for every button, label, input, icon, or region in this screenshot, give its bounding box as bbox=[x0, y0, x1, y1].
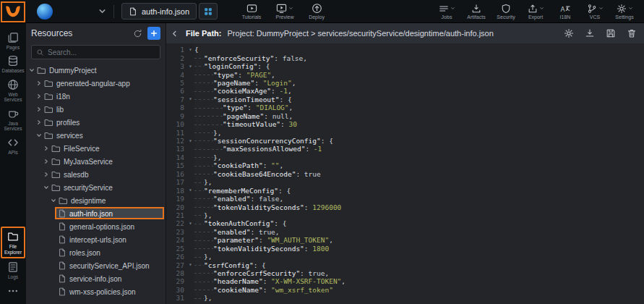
tree-item-myjavaservice[interactable]: MyJavaService bbox=[26, 155, 166, 168]
fold-icon[interactable]: ▾ bbox=[186, 96, 194, 102]
caret-down-icon[interactable] bbox=[36, 132, 44, 138]
sidebar-item-more[interactable] bbox=[1, 282, 25, 299]
caret-right-icon[interactable] bbox=[36, 106, 44, 112]
collapse-panel-button[interactable] bbox=[169, 30, 180, 38]
deploy-button[interactable]: Deploy bbox=[303, 3, 330, 20]
sidebar-item-logs[interactable]: Logs bbox=[1, 258, 25, 282]
code-line[interactable]: 25"tokenValiditySeconds": 1800 bbox=[166, 245, 644, 253]
code-line[interactable]: 13"maxSessionsAllowed": -1 bbox=[166, 145, 644, 153]
tree-item-service-info-json[interactable]: service-info.json bbox=[26, 272, 166, 285]
code-line[interactable]: 11}, bbox=[166, 128, 644, 136]
caret-right-icon[interactable] bbox=[43, 172, 51, 177]
tree-item-general-options-json[interactable]: general-options.json bbox=[26, 220, 166, 233]
code-line[interactable]: 14}, bbox=[166, 153, 644, 161]
topbar-item-artifacts[interactable]: Artifacts bbox=[463, 3, 490, 20]
fold-icon[interactable]: ▾ bbox=[186, 47, 194, 53]
code-line[interactable]: 18▾"rememberMeConfig": { bbox=[166, 186, 644, 194]
topbar-item-jobs[interactable]: Jobs bbox=[433, 3, 460, 20]
code-line[interactable]: 17}, bbox=[166, 178, 644, 186]
code-line[interactable]: 8"type": "DIALOG", bbox=[166, 104, 644, 111]
tree-item-label: i18n bbox=[56, 93, 70, 101]
tree-item-intercept-urls-json[interactable]: intercept-urls.json bbox=[26, 233, 166, 246]
sidebar-item-web-services[interactable]: Web Services bbox=[1, 76, 25, 105]
project-switcher-chevron[interactable] bbox=[98, 7, 107, 16]
sidebar-item-pages[interactable]: Pages bbox=[1, 29, 25, 52]
project-avatar[interactable] bbox=[37, 4, 53, 20]
code-editor[interactable]: 1▾{2"enforceSecurity": false,3▾"loginCon… bbox=[166, 43, 644, 304]
topbar-item-security[interactable]: Security bbox=[492, 3, 520, 20]
topbar-item-vcs[interactable]: VCS bbox=[581, 3, 609, 20]
tree-item-lib[interactable]: lib bbox=[26, 103, 166, 116]
code-line[interactable]: 16"cookieBase64Encode": true bbox=[166, 170, 644, 178]
tree-item-fileservice[interactable]: FileService bbox=[26, 142, 166, 155]
search-input[interactable] bbox=[48, 48, 155, 56]
tree-item-wm-xss-policies-json[interactable]: wm-xss-policies.json bbox=[26, 285, 166, 298]
tree-item-auth-info-json[interactable]: auth-info.json bbox=[26, 207, 166, 220]
tree-item-securityservice[interactable]: securityService bbox=[26, 181, 166, 194]
code-line[interactable]: 21}, bbox=[166, 211, 644, 219]
sidebar-item-databases[interactable]: Databases bbox=[1, 52, 25, 75]
add-resource-button[interactable] bbox=[147, 27, 160, 40]
tree-item-i18n[interactable]: i18n bbox=[26, 90, 166, 103]
caret-right-icon[interactable] bbox=[43, 159, 51, 164]
sidebar-item-java-services[interactable]: Java Services bbox=[1, 105, 25, 134]
fold-icon[interactable]: ▾ bbox=[186, 138, 194, 144]
code-line[interactable]: 22▾"tokenAuthConfig": { bbox=[166, 219, 644, 227]
fold-icon[interactable]: ▾ bbox=[186, 262, 194, 268]
code-line[interactable]: 3▾"loginConfig": { bbox=[166, 62, 644, 70]
tree-item-securityservice-api-json[interactable]: securityService_API.json bbox=[26, 259, 166, 272]
download-button[interactable] bbox=[585, 28, 595, 38]
caret-down-icon[interactable] bbox=[51, 198, 59, 203]
preview-button[interactable]: Preview bbox=[271, 3, 299, 20]
tree-item-dummyproject[interactable]: DummyProject bbox=[26, 64, 166, 77]
caret-down-icon[interactable] bbox=[29, 67, 37, 73]
tree-item-generated-angular-app[interactable]: generated-angular-app bbox=[26, 77, 166, 90]
code-line[interactable]: 30"cookieName": "wm_xsrf_token" bbox=[166, 286, 644, 294]
code-line[interactable]: 26}, bbox=[166, 253, 644, 261]
code-line[interactable]: 19"enabled": false, bbox=[166, 195, 644, 203]
tree-item-salesdb[interactable]: salesdb bbox=[26, 168, 166, 181]
code-line[interactable]: 28"enforceCsrfSecurity": true, bbox=[166, 269, 644, 277]
app-logo[interactable] bbox=[4, 3, 22, 20]
file-settings-button[interactable] bbox=[564, 28, 574, 38]
delete-button[interactable] bbox=[627, 28, 637, 38]
code-line[interactable]: 4"type": "PAGE", bbox=[166, 70, 644, 78]
code-line[interactable]: 6"cookieMaxAge": -1, bbox=[166, 87, 644, 95]
code-line[interactable]: 12▾"sessionConcurrencyConfig": { bbox=[166, 137, 644, 145]
code-line[interactable]: 20"tokenValiditySeconds": 1296000 bbox=[166, 203, 644, 211]
dashboard-grid-button[interactable] bbox=[199, 3, 218, 20]
caret-right-icon[interactable] bbox=[36, 93, 44, 99]
sidebar-item-apis[interactable]: APIs bbox=[1, 134, 25, 157]
topbar-item-settings[interactable]: Settings bbox=[611, 3, 638, 20]
code-line[interactable]: 2"enforceSecurity": false, bbox=[166, 54, 644, 62]
file-tab-auth-info[interactable]: auth-info.json bbox=[121, 3, 197, 20]
sidebar-item-file-explorer[interactable]: File Explorer bbox=[1, 227, 25, 258]
topbar-item-export[interactable]: Export bbox=[522, 3, 549, 20]
code-line[interactable]: 1▾{ bbox=[166, 46, 644, 54]
code-line[interactable]: 27▾"csrfConfig": { bbox=[166, 261, 644, 269]
caret-right-icon[interactable] bbox=[43, 145, 51, 151]
refresh-button[interactable] bbox=[133, 29, 142, 38]
code-line[interactable]: 15"cookiePath": "", bbox=[166, 161, 644, 169]
tree-item-services[interactable]: services bbox=[26, 129, 166, 142]
tree-item-designtime[interactable]: designtime bbox=[26, 194, 166, 207]
code-line[interactable]: 29"headerName": "X-WM-XSRF-TOKEN", bbox=[166, 277, 644, 285]
code-line[interactable]: 10"timeoutValue": 30 bbox=[166, 120, 644, 128]
code-line[interactable]: 24"parameter": "WM_AUTH_TOKEN", bbox=[166, 236, 644, 244]
code-line[interactable]: 31}, bbox=[166, 294, 644, 302]
fold-icon[interactable]: ▾ bbox=[186, 221, 194, 227]
caret-down-icon[interactable] bbox=[43, 185, 51, 190]
tutorials-button[interactable]: Tutorials bbox=[238, 3, 265, 20]
caret-right-icon[interactable] bbox=[36, 119, 44, 125]
save-button[interactable] bbox=[606, 28, 616, 38]
fold-icon[interactable]: ▾ bbox=[186, 64, 194, 69]
code-line[interactable]: 23"enabled": true, bbox=[166, 228, 644, 236]
code-line[interactable]: 5"pageName": "Login", bbox=[166, 79, 644, 87]
code-line[interactable]: 7▾"sessionTimeout": { bbox=[166, 96, 644, 104]
caret-right-icon[interactable] bbox=[36, 80, 44, 86]
fold-icon[interactable]: ▾ bbox=[186, 187, 194, 193]
code-line[interactable]: 9"pageName": null, bbox=[166, 112, 644, 120]
tree-item-roles-json[interactable]: roles.json bbox=[26, 246, 166, 259]
topbar-item-i18n[interactable]: AI18N bbox=[551, 3, 579, 20]
tree-item-profiles[interactable]: profiles bbox=[26, 116, 166, 129]
